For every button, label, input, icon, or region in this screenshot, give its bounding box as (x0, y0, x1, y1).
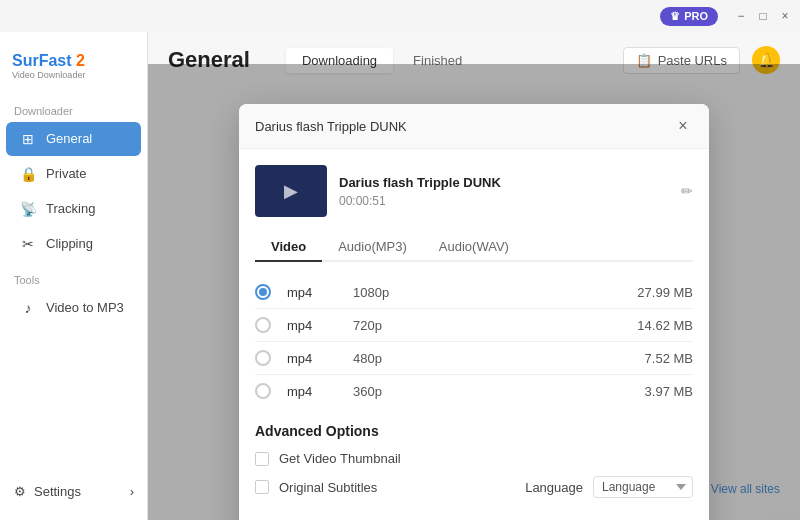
quality-format-360p: mp4 (287, 384, 337, 399)
sidebar-item-video-to-mp3[interactable]: ♪ Video to MP3 (6, 291, 141, 325)
titlebar: ♛ PRO − □ × (0, 0, 800, 32)
quality-format-720p: mp4 (287, 318, 337, 333)
modal-close-button[interactable]: × (673, 116, 693, 136)
sidebar: SurFast 2 Video Downloader Downloader ⊞ … (0, 32, 148, 520)
video-thumbnail: ▶ (255, 165, 327, 217)
download-modal: Darius flash Tripple DUNK × ▶ Darius fla (239, 104, 709, 520)
clipping-icon: ✂ (20, 236, 36, 252)
quality-size-480p: 7.52 MB (645, 351, 693, 366)
thumbnail-checkbox[interactable] (255, 452, 269, 466)
sidebar-item-video-to-mp3-label: Video to MP3 (46, 300, 124, 315)
video-meta: Darius flash Tripple DUNK 00:00:51 (339, 175, 669, 208)
quality-row-360p[interactable]: mp4 360p 3.97 MB (255, 375, 693, 407)
music-icon: ♪ (20, 300, 36, 316)
quality-res-360p: 360p (353, 384, 629, 399)
downloader-section-label: Downloader (0, 97, 147, 121)
settings-chevron-icon: › (130, 484, 134, 499)
format-tab-bar: Video Audio(MP3) Audio(WAV) (255, 233, 693, 262)
sidebar-item-private-label: Private (46, 166, 86, 181)
sidebar-item-private[interactable]: 🔒 Private (6, 157, 141, 191)
sidebar-item-general[interactable]: ⊞ General (6, 122, 141, 156)
format-tab-video[interactable]: Video (255, 233, 322, 262)
quality-res-720p: 720p (353, 318, 621, 333)
close-button[interactable]: × (778, 9, 792, 23)
quality-size-720p: 14.62 MB (637, 318, 693, 333)
pro-label: PRO (684, 10, 708, 22)
advanced-options-title: Advanced Options (255, 423, 693, 439)
app-title: SurFast 2 (12, 52, 85, 70)
settings-icon: ⚙ (14, 484, 26, 499)
thumbnail-label: Get Video Thumbnail (279, 451, 401, 466)
modal-title: Darius flash Tripple DUNK (255, 119, 407, 134)
quality-res-1080p: 1080p (353, 285, 621, 300)
subtitles-option-row: Original Subtitles Language Language (255, 476, 693, 498)
sidebar-item-tracking[interactable]: 📡 Tracking (6, 192, 141, 226)
subtitles-label: Original Subtitles (279, 480, 377, 495)
video-duration: 00:00:51 (339, 194, 669, 208)
sidebar-item-clipping-label: Clipping (46, 236, 93, 251)
minimize-button[interactable]: − (734, 9, 748, 23)
settings-label: Settings (34, 484, 81, 499)
quality-res-480p: 480p (353, 351, 629, 366)
crown-icon: ♛ (670, 10, 680, 23)
content-area: General Downloading Finished 📋 Paste URL… (148, 32, 800, 520)
private-icon: 🔒 (20, 166, 36, 182)
sidebar-item-clipping[interactable]: ✂ Clipping (6, 227, 141, 261)
settings-item[interactable]: ⚙ Settings › (0, 475, 148, 508)
quality-list: mp4 1080p 27.99 MB mp4 720p 14.62 MB (255, 276, 693, 407)
subtitles-checkbox[interactable] (255, 480, 269, 494)
maximize-button[interactable]: □ (756, 9, 770, 23)
radio-480p[interactable] (255, 350, 271, 366)
edit-icon[interactable]: ✏ (681, 183, 693, 199)
sidebar-bottom: ⚙ Settings › (0, 475, 148, 508)
main-layout: SurFast 2 Video Downloader Downloader ⊞ … (0, 32, 800, 520)
modal-overlay: Darius flash Tripple DUNK × ▶ Darius fla (148, 64, 800, 520)
app-logo: SurFast 2 Video Downloader (0, 44, 147, 97)
quality-format-1080p: mp4 (287, 285, 337, 300)
language-select[interactable]: Language (593, 476, 693, 498)
radio-1080p[interactable] (255, 284, 271, 300)
language-label: Language (525, 480, 583, 495)
quality-size-1080p: 27.99 MB (637, 285, 693, 300)
sidebar-item-tracking-label: Tracking (46, 201, 95, 216)
app-subtitle: Video Downloader (12, 70, 85, 81)
quality-size-360p: 3.97 MB (645, 384, 693, 399)
modal-body: ▶ Darius flash Tripple DUNK 00:00:51 ✏ V… (239, 149, 709, 520)
format-tab-mp3[interactable]: Audio(MP3) (322, 233, 423, 262)
tracking-icon: 📡 (20, 201, 36, 217)
sidebar-item-general-label: General (46, 131, 92, 146)
tools-section-label: Tools (0, 262, 147, 290)
general-icon: ⊞ (20, 131, 36, 147)
radio-720p[interactable] (255, 317, 271, 333)
quality-format-480p: mp4 (287, 351, 337, 366)
video-title: Darius flash Tripple DUNK (339, 175, 669, 190)
quality-row-1080p[interactable]: mp4 1080p 27.99 MB (255, 276, 693, 309)
radio-360p[interactable] (255, 383, 271, 399)
modal-header: Darius flash Tripple DUNK × (239, 104, 709, 149)
quality-row-480p[interactable]: mp4 480p 7.52 MB (255, 342, 693, 375)
pro-badge[interactable]: ♛ PRO (660, 7, 718, 26)
thumbnail-option-row: Get Video Thumbnail (255, 451, 693, 466)
format-tab-wav[interactable]: Audio(WAV) (423, 233, 525, 262)
quality-row-720p[interactable]: mp4 720p 14.62 MB (255, 309, 693, 342)
video-info: ▶ Darius flash Tripple DUNK 00:00:51 ✏ (255, 165, 693, 217)
play-icon: ▶ (284, 180, 298, 202)
window-controls: − □ × (734, 9, 792, 23)
